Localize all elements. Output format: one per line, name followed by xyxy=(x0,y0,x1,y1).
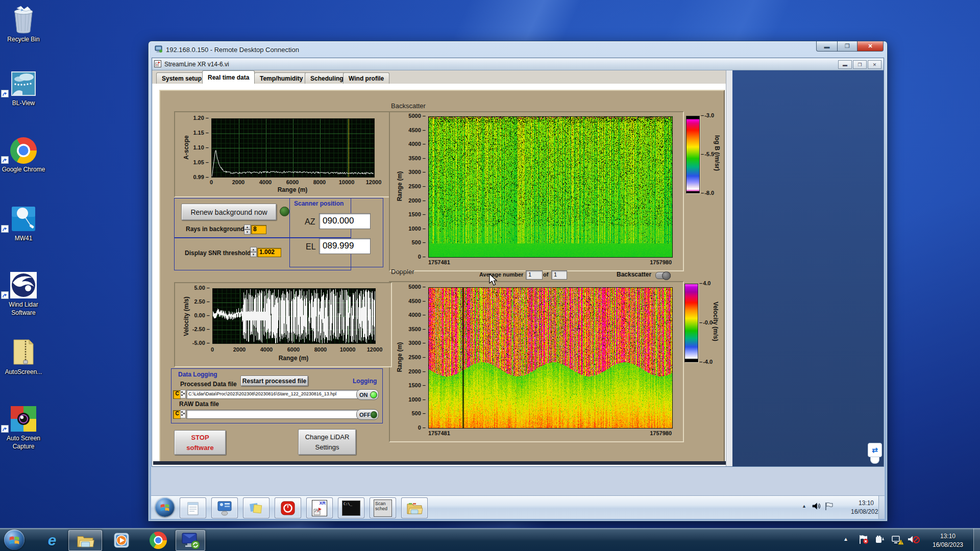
renew-background-button[interactable]: Renew background now xyxy=(181,204,277,220)
on-led xyxy=(370,391,377,398)
close-button[interactable]: ✕ xyxy=(857,41,884,52)
doppler-colorbar-label: Velocity (m/s) xyxy=(712,298,719,344)
toggle-knob xyxy=(662,271,671,280)
rays-spinner[interactable]: ▲▼ xyxy=(244,224,251,235)
rays-value-field[interactable]: 8 xyxy=(251,225,266,234)
desktop-icon-autoscreen-zip[interactable]: AutoScreen... xyxy=(1,337,46,377)
processed-data-file-path[interactable]: C:\Lidar\Data\Proc\2023\202308\20230816\… xyxy=(186,390,368,399)
snr-spinner[interactable]: ▲▼ xyxy=(250,247,257,257)
change-lidar-settings-button[interactable]: Change LiDAR Settings xyxy=(298,429,356,455)
shortcut-arrow-icon xyxy=(1,291,9,299)
remote-taskbar: XR C:\_ Scan sched ▲ xyxy=(151,495,885,519)
backscatter-colorbar-tick: -8.0 xyxy=(701,190,718,196)
host-taskbar-media-player[interactable] xyxy=(109,530,134,550)
remote-tray-expand-icon[interactable]: ▲ xyxy=(802,504,806,509)
ascope-ytick: 1.15 xyxy=(193,130,209,136)
remote-taskbar-notepad[interactable] xyxy=(180,497,206,518)
rdp-titlebar[interactable]: 192.168.0.150 - Remote Desktop Connectio… xyxy=(155,44,299,55)
processed-drive-selector[interactable]: C xyxy=(173,390,181,399)
raw-data-file-label: RAW Data file xyxy=(179,400,219,408)
snr-value-field[interactable]: 1.002 xyxy=(257,248,281,257)
velocity-xticks: 020004000600080001000012000 xyxy=(201,346,386,353)
tab-wind-profile[interactable]: Wind profile xyxy=(343,72,389,84)
remote-tray-flag-icon[interactable] xyxy=(825,502,833,513)
desktop-icon-mw41[interactable]: MW41 xyxy=(1,203,46,243)
of-label: of xyxy=(543,271,548,278)
remote-taskbar-explorer[interactable] xyxy=(401,497,428,518)
velocity-plot[interactable] xyxy=(212,288,376,344)
ascope-graph-frame: A-scope 1.201.151.101.050.99 02000400060… xyxy=(174,111,392,197)
desktop-icon-bl-view[interactable]: BL-View xyxy=(1,68,46,108)
remote-taskbar-labview-xr[interactable]: XR xyxy=(306,497,333,518)
tab-temp-humidity[interactable]: Temp/humidity xyxy=(254,72,308,84)
velocity-yticks: 5.002.500.00-2.50-5.00 xyxy=(186,285,210,346)
host-taskbar-internet-explorer[interactable]: e xyxy=(40,530,64,550)
app-minimize-button[interactable]: ▬ xyxy=(838,60,852,69)
ascope-xtick: 10000 xyxy=(335,179,358,185)
snr-threshold-label: Display SNR threshold xyxy=(185,249,251,257)
maximize-button[interactable]: ❐ xyxy=(838,41,857,52)
el-value-field[interactable]: 089.999 xyxy=(319,238,371,254)
doppler-heatmap[interactable] xyxy=(428,287,673,429)
app-restore-button[interactable]: ❐ xyxy=(853,60,867,69)
remote-taskbar-system-panel[interactable] xyxy=(211,497,238,518)
raw-data-file-path[interactable] xyxy=(186,410,368,419)
average-number-field[interactable]: 1 xyxy=(526,270,543,280)
tab-real-time-data[interactable]: Real time data xyxy=(202,70,255,84)
recycle-bin-icon xyxy=(1,4,46,34)
remote-taskbar-command-prompt[interactable]: C:\_ xyxy=(338,497,364,518)
processed-logging-on-button[interactable]: ON xyxy=(356,389,379,400)
host-show-desktop-button[interactable] xyxy=(973,529,980,551)
backscatter-ylabel: Range (m) xyxy=(396,168,403,204)
average-of-field[interactable]: 1 xyxy=(551,270,567,280)
shortcut-arrow-icon xyxy=(1,90,9,97)
doppler-ytick: 500 xyxy=(411,411,426,416)
app-close-button[interactable]: ✕ xyxy=(868,60,881,69)
backscatter-x-right: 1757980 xyxy=(650,259,672,265)
host-tray-volume-muted-icon[interactable] xyxy=(908,535,920,547)
host-date: 16/08/2023 xyxy=(925,541,971,549)
velocity-xtick: 6000 xyxy=(282,346,305,353)
ascope-plot[interactable] xyxy=(211,118,375,178)
remote-tray-volume-icon[interactable] xyxy=(812,502,821,512)
desktop-icon-recycle-bin[interactable]: Recycle Bin xyxy=(1,4,46,44)
host-tray-network-icon[interactable]: ! xyxy=(891,535,903,547)
data-logging-title: Data Logging xyxy=(178,371,217,378)
host-taskbar-chrome[interactable] xyxy=(146,530,170,550)
path-type-icon xyxy=(180,410,186,420)
host-tray-clock[interactable]: 13:10 16/08/2023 xyxy=(925,532,971,550)
host-tray-action-center-icon[interactable] xyxy=(859,535,869,546)
raw-drive-selector[interactable]: C xyxy=(173,410,181,419)
desktop-icon-google-chrome[interactable]: Google Chrome xyxy=(1,134,46,174)
stop-software-button[interactable]: STOP software xyxy=(174,430,226,455)
host-taskbar-remote-desktop[interactable] xyxy=(176,530,205,551)
on-label: ON xyxy=(357,392,370,398)
app-titlebar[interactable]: StreamLine XR v14-6.vi ▬ ❐ ✕ xyxy=(152,58,884,70)
desktop-icon-label: MW41 xyxy=(1,235,46,243)
tab-scheduling[interactable]: Scheduling xyxy=(305,72,349,84)
remote-show-desktop-button[interactable] xyxy=(878,496,885,519)
doppler-title: Doppler xyxy=(391,268,414,276)
backscatter-heatmap[interactable] xyxy=(428,116,673,258)
tab-system-setup[interactable]: System setup xyxy=(156,72,207,84)
desktop-icon-label: Recycle Bin xyxy=(1,36,46,44)
host-tray-power-icon[interactable] xyxy=(875,535,886,546)
minimize-button[interactable]: ▬ xyxy=(816,41,838,52)
desktop-icon-wind-lidar[interactable]: Wind Lidar Software xyxy=(1,269,46,317)
desktop-icon-auto-screen-capture[interactable]: Auto Screen Capture xyxy=(1,403,46,450)
remote-taskbar-power[interactable] xyxy=(275,497,301,518)
host-taskbar-explorer[interactable] xyxy=(68,530,102,551)
host-start-button[interactable] xyxy=(4,530,24,550)
az-value-field[interactable]: 090.000 xyxy=(319,213,371,229)
teamviewer-panel-tab[interactable]: ⇄ xyxy=(868,443,883,464)
backscatter-toggle-switch[interactable] xyxy=(655,272,671,279)
ascope-xtick: 4000 xyxy=(254,179,277,185)
restart-processed-file-button[interactable]: Restart processed file xyxy=(240,375,308,386)
remote-taskbar-sticky-notes[interactable] xyxy=(243,497,270,518)
remote-taskbar-scan-scheduler[interactable]: Scan sched xyxy=(370,497,396,518)
raw-logging-off-button[interactable]: OFF xyxy=(356,409,379,420)
host-tray-expand-icon[interactable]: ▲ xyxy=(843,536,848,542)
backscatter-graph-frame: Range (m) 500045004000350030002500200015… xyxy=(389,111,684,271)
tab-strip: System setup Real time data Temp/humidit… xyxy=(152,70,726,84)
remote-start-button[interactable] xyxy=(155,497,175,517)
